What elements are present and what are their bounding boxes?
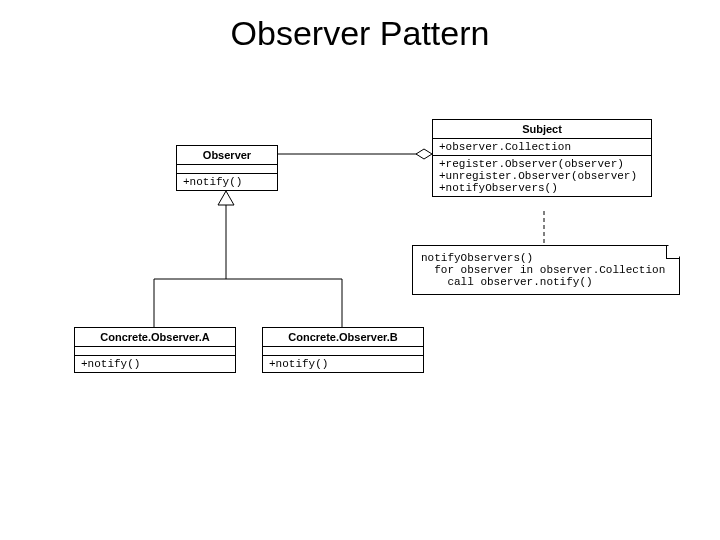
- class-observer: Observer +notify(): [176, 145, 278, 191]
- class-attributes: [177, 165, 277, 174]
- class-name: Observer: [177, 146, 277, 165]
- class-subject: Subject +observer.Collection +register.O…: [432, 119, 652, 197]
- note: notifyObservers() for observer in observ…: [412, 245, 680, 295]
- class-operations: +register.Observer(observer) +unregister…: [433, 156, 651, 196]
- aggregation-diamond-icon: [416, 149, 432, 159]
- class-operations: +notify(): [263, 356, 423, 372]
- class-concrete-observer-b: Concrete.Observer.B +notify(): [262, 327, 424, 373]
- class-operations: +notify(): [177, 174, 277, 190]
- page-title: Observer Pattern: [0, 0, 720, 53]
- class-name: Subject: [433, 120, 651, 139]
- operation: +notify(): [183, 176, 271, 188]
- operation: +notify(): [269, 358, 417, 370]
- class-concrete-observer-a: Concrete.Observer.A +notify(): [74, 327, 236, 373]
- generalization-arrow-icon: [218, 191, 234, 205]
- class-operations: +notify(): [75, 356, 235, 372]
- operation: +notifyObservers(): [439, 182, 645, 194]
- operation: +register.Observer(observer): [439, 158, 645, 170]
- class-attributes: +observer.Collection: [433, 139, 651, 156]
- attribute: +observer.Collection: [439, 141, 645, 153]
- class-name: Concrete.Observer.B: [263, 328, 423, 347]
- diagram-canvas: Observer +notify() Subject +observer.Col…: [0, 53, 720, 540]
- operation: +unregister.Observer(observer): [439, 170, 645, 182]
- operation: +notify(): [81, 358, 229, 370]
- class-attributes: [75, 347, 235, 356]
- class-attributes: [263, 347, 423, 356]
- class-name: Concrete.Observer.A: [75, 328, 235, 347]
